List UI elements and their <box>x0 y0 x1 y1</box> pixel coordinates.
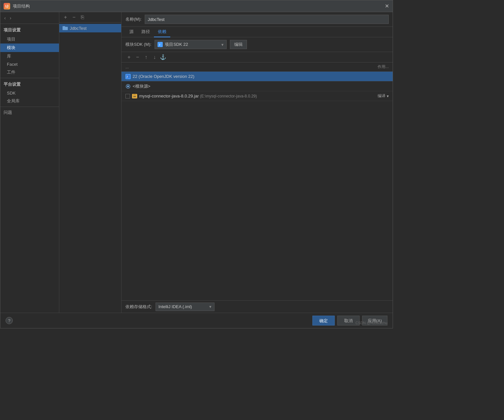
add-module-button[interactable]: + <box>62 14 69 21</box>
title-bar: IJ 项目结构 ✕ <box>0 0 393 12</box>
svg-rect-9 <box>133 94 136 95</box>
dep-row-jar[interactable]: JAR mysql-connector-java-8.0.29.jar (E:\… <box>121 91 393 101</box>
project-settings-header: 项目设置 <box>0 25 59 35</box>
jdk-icon: J <box>158 42 163 47</box>
deps-header-row: ... 作用... <box>121 62 393 72</box>
module-toolbar: + − ⎘ <box>59 12 121 23</box>
svg-text:J: J <box>159 44 160 46</box>
copy-module-button[interactable]: ⎘ <box>79 14 86 21</box>
deps-list: ... 作用... J 22 (Oracle OpenJDK version 2… <box>121 62 393 300</box>
svg-text:JAR: JAR <box>133 96 136 97</box>
svg-rect-1 <box>63 26 65 27</box>
sdk-value: 项目SDK 22 <box>165 42 188 47</box>
storage-label: 依赖存储格式: <box>125 304 152 310</box>
sdk-row: 模块SDK (M): J 项目SDK 22 ▾ 编辑 <box>121 37 393 52</box>
nav-forward-button[interactable]: › <box>9 15 13 21</box>
sidebar-tree: 项目设置 项目 模块 库 Facet 工件 平台设置 <box>0 24 59 313</box>
module-folder-icon <box>63 26 68 31</box>
tab-sources[interactable]: 源 <box>125 27 138 37</box>
sidebar: ‹ › 项目设置 项目 模块 库 Facet 工件 <box>0 12 59 313</box>
help-button[interactable]: ? <box>6 317 13 324</box>
remove-dep-button[interactable]: − <box>134 54 141 61</box>
tab-deps[interactable]: 依赖 <box>154 27 170 37</box>
sidebar-item-artifact[interactable]: 工件 <box>0 68 59 77</box>
storage-arrow: ▾ <box>209 304 212 309</box>
sidebar-item-sdk[interactable]: SDK <box>0 89 59 97</box>
app-icon: IJ <box>4 3 10 9</box>
module-label: 模块 <box>7 45 15 51</box>
nav-back-button[interactable]: ‹ <box>3 15 7 21</box>
tabs-bar: 源 路径 依赖 <box>121 27 393 37</box>
facet-label: Facet <box>7 62 18 67</box>
deps-toolbar: + − ↑ ↓ ⚓ <box>121 52 393 62</box>
jar-scope-label: 编译 <box>378 93 385 99</box>
svg-point-7 <box>127 85 129 87</box>
jar-checkbox[interactable] <box>125 94 130 98</box>
sidebar-item-facet[interactable]: Facet <box>0 61 59 68</box>
dep-jdk-name: 22 (Oracle OpenJDK version 22) <box>133 74 389 79</box>
module-source-icon <box>125 84 131 89</box>
artifact-label: 工件 <box>7 69 15 75</box>
storage-value: IntelliJ IDEA (.iml) <box>159 304 192 309</box>
jar-scope-arrow: ▾ <box>387 94 389 98</box>
sidebar-item-global-library[interactable]: 全局库 <box>0 97 59 105</box>
sdk-dropdown-arrow: ▾ <box>221 42 224 47</box>
sidebar-item-module[interactable]: 模块 <box>0 44 59 52</box>
global-library-label: 全局库 <box>7 98 20 104</box>
footer-left: ? <box>6 317 13 324</box>
sidebar-divider2 <box>0 107 59 107</box>
footer: ? 确定 取消 应用(A) <box>0 313 393 328</box>
watermark: CSDN @Adoudizhu <box>356 321 387 325</box>
jar-scope-select[interactable]: 编译 ▾ <box>378 93 389 99</box>
storage-dropdown[interactable]: IntelliJ IDEA (.iml) ▾ <box>156 303 215 311</box>
project-label: 项目 <box>7 36 15 42</box>
module-item-jdbctest[interactable]: JdbcTest <box>59 24 121 32</box>
jdk-row-icon: J <box>125 74 131 79</box>
project-structure-dialog: IJ 项目结构 ✕ ‹ › 项目设置 项目 模块 库 <box>0 0 393 328</box>
move-down-button[interactable]: ↓ <box>151 54 158 61</box>
sidebar-item-library[interactable]: 库 <box>0 52 59 61</box>
sdk-dropdown[interactable]: J 项目SDK 22 ▾ <box>155 40 227 49</box>
sidebar-divider <box>0 78 59 78</box>
deps-panel: 模块SDK (M): J 项目SDK 22 ▾ 编辑 <box>121 37 393 313</box>
dep-row-module-source[interactable]: <模块源> <box>121 81 393 91</box>
name-input[interactable] <box>145 15 389 24</box>
module-list-panel: + − ⎘ JdbcTest <box>59 12 121 313</box>
sdk-label: 模块SDK (M): <box>125 42 151 47</box>
tab-paths[interactable]: 路径 <box>138 27 154 37</box>
remove-module-button[interactable]: − <box>70 14 78 21</box>
platform-settings-header: 平台设置 <box>0 79 59 89</box>
close-button[interactable]: ✕ <box>384 4 389 9</box>
bottom-bar: 依赖存储格式: IntelliJ IDEA (.iml) ▾ <box>121 300 393 313</box>
move-up-button[interactable]: ↑ <box>142 54 150 61</box>
sidebar-item-project[interactable]: 项目 <box>0 35 59 44</box>
sdk-label: SDK <box>7 91 16 96</box>
svg-text:J: J <box>126 76 128 78</box>
sidebar-navbar: ‹ › <box>0 12 59 24</box>
right-panel: 名称(M): 源 路径 依赖 模块SDK (M): <box>121 12 393 313</box>
name-row: 名称(M): <box>121 12 393 27</box>
dep-row-jdk[interactable]: J 22 (Oracle OpenJDK version 22) <box>121 72 393 81</box>
dialog-title: 项目结构 <box>13 3 30 9</box>
header-scope: 作用... <box>378 64 389 70</box>
module-item-label: JdbcTest <box>70 26 86 31</box>
confirm-button[interactable]: 确定 <box>312 316 335 325</box>
sidebar-item-problems[interactable]: 问题 <box>0 108 59 117</box>
dep-module-source-name: <模块源> <box>133 83 389 89</box>
header-dots: ... <box>125 65 129 69</box>
jar-icon: JAR <box>132 94 137 98</box>
add-dep-button[interactable]: + <box>125 54 133 61</box>
library-label: 库 <box>7 53 11 59</box>
problems-label: 问题 <box>4 110 12 115</box>
name-label: 名称(M): <box>125 16 141 22</box>
sdk-edit-button[interactable]: 编辑 <box>230 40 247 49</box>
module-list: JdbcTest <box>59 23 121 313</box>
link-button[interactable]: ⚓ <box>159 54 167 61</box>
dep-jar-name: mysql-connector-java-8.0.29.jar (E:\mysq… <box>139 94 376 98</box>
main-content: ‹ › 项目设置 项目 模块 库 Facet 工件 <box>0 12 393 313</box>
